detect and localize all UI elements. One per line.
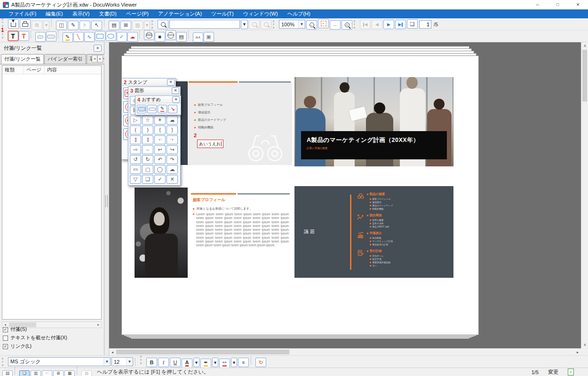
search-button[interactable] — [158, 20, 168, 29]
highlight-dropdown[interactable]: ▾ — [212, 358, 218, 367]
underline-button[interactable]: U — [170, 358, 181, 367]
tab-scroll-right-button[interactable]: ▸ — [97, 55, 103, 63]
shape-paren-right[interactable]: ) — [142, 125, 153, 134]
text-annotation-button[interactable]: T — [8, 31, 18, 41]
recommended-marker-button[interactable]: ✎ — [158, 105, 167, 113]
search-input[interactable] — [169, 20, 240, 29]
shape-tag[interactable]: ▷ — [130, 116, 141, 125]
shape-arrow-double[interactable]: ⇔ — [142, 145, 153, 154]
view-list-button[interactable]: ▦ — [64, 370, 75, 376]
scroll-right-icon[interactable]: ▸ — [95, 322, 101, 328]
rectangle-annotation-button[interactable] — [95, 31, 105, 41]
checkbox-unchecked[interactable] — [3, 336, 8, 341]
minimize-button[interactable]: ─ — [527, 0, 548, 9]
paper-size-a4-button[interactable]: A4 — [193, 32, 203, 42]
view-mode-page-button[interactable]: ▤ — [2, 370, 13, 376]
list-column-種類[interactable]: 種類 — [2, 66, 24, 74]
panel-close-button[interactable]: ✕ — [94, 45, 102, 52]
shape-palette-titlebar[interactable]: 3 図形 ✕ — [128, 87, 180, 94]
next-page-button[interactable]: ▶ — [383, 20, 394, 29]
view-stack-button[interactable]: ▥ — [31, 370, 41, 376]
menu-item-1[interactable]: 編集(E) — [41, 9, 68, 18]
font-size-combo[interactable]: 12 ▼ — [111, 357, 133, 366]
scrollbar-thumb[interactable] — [582, 50, 587, 102]
fit-width-button[interactable]: ↔ — [330, 20, 341, 30]
cloud-annotation-button[interactable]: ☁ — [127, 32, 138, 42]
page-layout-button[interactable]: ▣ — [204, 32, 214, 42]
shape-crossmark[interactable]: ✕ — [167, 175, 178, 184]
shape-hand-left[interactable]: ☜ — [154, 135, 166, 144]
pen-mode-button[interactable]: ✎ — [68, 21, 79, 30]
shape-uturn-arrow-2[interactable]: ↻ — [142, 155, 153, 164]
line-spacing-button[interactable]: ≡ — [238, 358, 249, 367]
prev-page-button[interactable]: ◀ — [372, 20, 382, 29]
recommended-arrow-button[interactable]: ↘ — [168, 105, 177, 113]
copy-annotation-button[interactable]: ⧉ — [32, 21, 42, 30]
document-vertical-scrollbar[interactable]: ∧ ∨ — [581, 42, 588, 348]
scroll-down-icon[interactable]: ∨ — [581, 341, 588, 348]
menu-item-8[interactable]: ヘルプ(H) — [283, 9, 315, 18]
first-page-button[interactable]: ◀ — [360, 20, 371, 29]
menu-item-2[interactable]: 表示(V) — [68, 9, 95, 18]
shape-checkmark[interactable]: ✓ — [154, 175, 166, 184]
shape-callout-rect[interactable]: ▭ — [130, 165, 141, 174]
page-number-input[interactable] — [419, 20, 431, 29]
shape-brace-right[interactable]: } — [167, 125, 178, 134]
save-button[interactable] — [8, 19, 19, 29]
search-prev-button[interactable] — [249, 20, 260, 29]
bold-button[interactable]: B — [146, 358, 157, 367]
menu-item-5[interactable]: アノテーション(A) — [153, 9, 207, 18]
recommended-line-button[interactable] — [147, 105, 157, 113]
zoom-level-combo[interactable]: 100% ▼ — [279, 20, 305, 29]
recommended-sticky-button[interactable] — [137, 105, 146, 113]
tab-scroll-left-button[interactable]: ◂ — [92, 55, 97, 63]
text-annotation-alt-button[interactable]: T — [19, 31, 29, 41]
stamp-palette-close-button[interactable]: ✕ — [167, 79, 175, 86]
shape-cloud[interactable]: ☁ — [167, 116, 178, 125]
recommended-palette-close-button[interactable]: ✕ — [172, 96, 180, 103]
page-list-button[interactable]: ❏ — [407, 19, 418, 29]
shape-callout-down[interactable]: ▽ — [130, 175, 141, 184]
recommended-palette-titlebar[interactable]: 4 おすすめ ✕ — [135, 96, 181, 103]
font-name-combo[interactable]: MS ゴシック ▼ — [8, 357, 111, 366]
menu-item-3[interactable]: 文書(D) — [94, 9, 121, 18]
list-column-内容[interactable]: 内容 — [45, 66, 101, 74]
shape-arrow-right[interactable]: ⇨ — [130, 145, 141, 154]
scroll-left-icon[interactable]: ◂ — [109, 349, 116, 355]
font-color-button[interactable]: A — [182, 359, 192, 368]
search-next-button[interactable] — [261, 20, 271, 29]
stamp-square-button[interactable]: ■ — [155, 32, 165, 42]
shape-callout-oval[interactable]: ◯ — [154, 165, 166, 174]
scrollbar-thumb[interactable] — [116, 350, 289, 354]
stamp-round-button[interactable] — [144, 30, 154, 40]
maximize-button[interactable]: □ — [548, 0, 568, 9]
clip-tool-dropdown[interactable]: ▾ — [144, 21, 150, 30]
checkbox-checked[interactable]: ✓ — [3, 344, 8, 349]
shape-callout-rounded[interactable]: ▢ — [142, 165, 153, 174]
shape-uturn-arrow-4[interactable]: ↷ — [167, 155, 178, 164]
close-button[interactable]: ✕ — [568, 0, 588, 9]
tab-付箋/リンク一覧[interactable]: 付箋/リンク一覧 — [1, 54, 44, 64]
last-page-button[interactable]: ▶ — [395, 20, 406, 29]
sticky-note-large-button[interactable] — [46, 31, 56, 41]
pen-color-dropdown[interactable]: ▾ — [231, 358, 237, 367]
highlight-button[interactable]: ✒ — [200, 359, 211, 368]
checkbox-checked[interactable]: ✓ — [3, 327, 8, 332]
shape-callout-cloud[interactable]: ☁ — [167, 165, 178, 174]
clip-tool-button[interactable]: ▥ — [132, 21, 143, 30]
menu-item-7[interactable]: ウィンドウ(W) — [238, 9, 283, 18]
select-tool-button[interactable]: ↖ — [91, 21, 102, 30]
view-spread-button[interactable]: ⊞ — [53, 370, 64, 376]
view-thumbnail-button[interactable]: ∷ — [42, 370, 52, 376]
menu-item-0[interactable]: ファイル(F) — [4, 9, 41, 18]
rotate-text-button[interactable]: ↻ — [255, 358, 266, 367]
freehand-button[interactable]: ∿ — [84, 32, 95, 42]
stamp-palette-titlebar[interactable]: 2 スタンプ ✕ — [122, 78, 175, 86]
font-color-dropdown[interactable]: ▾ — [193, 358, 199, 367]
shape-palette-close-button[interactable]: ✕ — [172, 87, 179, 94]
sticky-note-small-button[interactable] — [35, 32, 46, 42]
tab-バインダー索引[interactable]: バインダー索引 — [44, 54, 86, 64]
shape-burst[interactable]: ☀ — [154, 116, 166, 125]
search-options-dropdown[interactable]: ▾ — [241, 20, 248, 29]
zoom-out-button[interactable]: − — [306, 20, 317, 30]
